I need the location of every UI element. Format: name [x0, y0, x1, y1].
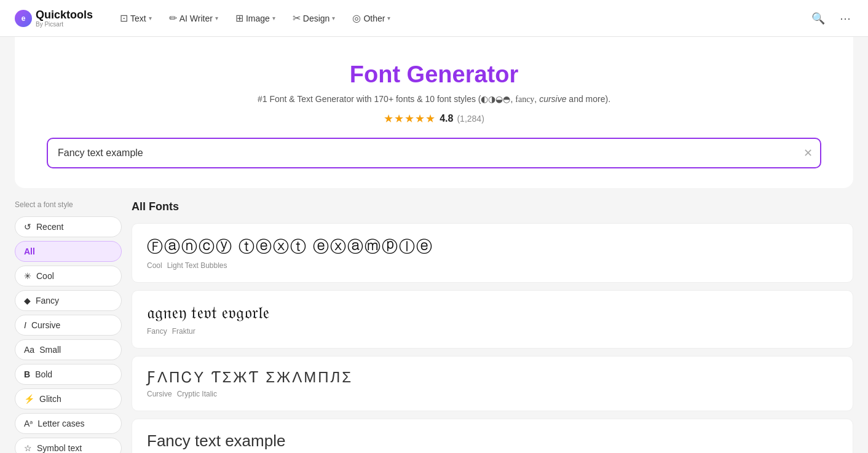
logo-text: Quicktools By Picsart [36, 9, 93, 28]
sidebar: Select a font style ↺ Recent All ✳ Cool … [15, 200, 132, 453]
font-preview-fraktur: 𝔞𝔤𝔫𝔢𝔶 𝔱𝔢𝔳𝔱 𝔢𝔳𝔤𝔬𝔯𝔩𝔢 [147, 303, 838, 323]
font-preview-cryptic: ƑΛПᏟY ƬΣЖƬ ΣЖΛMПЛΣ [147, 369, 838, 386]
nav-other-label: Other [363, 14, 385, 23]
sidebar-item-bold[interactable]: B Bold [15, 364, 122, 385]
chevron-down-icon: ▾ [215, 15, 218, 22]
image-icon: ⊞ [235, 12, 243, 24]
fonts-area: All Fonts Ⓕⓐⓝⓒⓨ ⓣⓔⓧⓣ ⓔⓧⓐⓜⓟⓛⓔ Cool Light … [132, 200, 853, 453]
search-input[interactable] [47, 138, 821, 168]
nav-image-label: Image [246, 14, 270, 23]
font-tags-fraktur: Fancy Fraktur [147, 327, 838, 336]
letter-cases-icon: Aᵃ [24, 419, 33, 428]
navbar-right: 🔍 ⋯ [809, 9, 853, 28]
navbar: e Quicktools By Picsart ⊡ Text ▾ ✏ AI Wr… [0, 0, 868, 37]
font-card-fraktur[interactable]: 𝔞𝔤𝔫𝔢𝔶 𝔱𝔢𝔳𝔱 𝔢𝔳𝔤𝔬𝔯𝔩𝔢 Fancy Fraktur [132, 290, 853, 349]
bold-icon: B [24, 369, 30, 379]
font-preview-bubbles: Ⓕⓐⓝⓒⓨ ⓣⓔⓧⓣ ⓔⓧⓐⓜⓟⓛⓔ [147, 236, 838, 258]
sidebar-small-label: Small [39, 345, 61, 355]
nav-design-label: Design [303, 14, 330, 23]
sidebar-item-all[interactable]: All [15, 241, 122, 262]
sidebar-cursive-label: Cursive [31, 320, 60, 330]
sidebar-item-recent[interactable]: ↺ Recent [15, 216, 122, 237]
nav-items: ⊡ Text ▾ ✏ AI Writer ▾ ⊞ Image ▾ ✂ Desig… [112, 9, 398, 28]
font-tag-cool: Cool [147, 261, 162, 270]
sidebar-fancy-label: Fancy [36, 296, 59, 305]
rating-count: (1,284) [457, 114, 484, 124]
sidebar-item-small[interactable]: Aa Small [15, 339, 122, 360]
sidebar-item-cursive[interactable]: I Cursive [15, 315, 122, 336]
nav-item-image[interactable]: ⊞ Image ▾ [228, 9, 283, 28]
sidebar-all-label: All [24, 246, 35, 256]
text-icon: ⊡ [120, 12, 128, 24]
chevron-down-icon: ▾ [387, 15, 390, 22]
nav-ai-label: AI Writer [180, 14, 213, 23]
chevron-down-icon: ▾ [332, 15, 335, 22]
font-preview-math-sans: Fancy text example [147, 431, 838, 451]
chevron-down-icon: ▾ [149, 15, 152, 22]
search-button[interactable]: 🔍 [809, 9, 827, 28]
font-tag-light-bubbles: Light Text Bubbles [167, 261, 227, 270]
hero-section: Font Generator #1 Font & Text Generator … [15, 37, 853, 188]
sidebar-letter-label: Letter cases [37, 419, 84, 428]
font-tag-fraktur: Fraktur [172, 327, 195, 336]
nav-item-text[interactable]: ⊡ Text ▾ [112, 9, 159, 28]
star-icons: ★★★★★ [384, 112, 436, 125]
chevron-down-icon: ▾ [272, 15, 275, 22]
logo-icon: e [15, 10, 32, 27]
font-card-cryptic[interactable]: ƑΛПᏟY ƬΣЖƬ ΣЖΛMПЛΣ Cursive Cryptic Itali… [132, 356, 853, 411]
sidebar-glitch-label: Glitch [39, 394, 61, 404]
nav-item-other[interactable]: ◎ Other ▾ [345, 9, 398, 28]
hero-subtitle: #1 Font & Text Generator with 170+ fonts… [30, 94, 838, 104]
font-tag-cryptic: Cryptic Italic [177, 390, 217, 398]
fonts-section-title: All Fonts [132, 200, 853, 213]
sidebar-item-symbol-text[interactable]: ☆ Symbol text [15, 438, 122, 453]
logo[interactable]: e Quicktools By Picsart [15, 9, 93, 28]
nav-item-ai-writer[interactable]: ✏ AI Writer ▾ [162, 9, 226, 28]
small-icon: Aa [24, 345, 34, 355]
logo-sub: By Picsart [36, 22, 93, 28]
recent-icon: ↺ [24, 222, 31, 232]
cool-icon: ✳ [24, 271, 31, 281]
nav-item-design[interactable]: ✂ Design ▾ [285, 9, 343, 28]
sidebar-item-fancy[interactable]: ◆ Fancy [15, 290, 122, 311]
page-title: Font Generator [30, 61, 838, 88]
navbar-left: e Quicktools By Picsart ⊡ Text ▾ ✏ AI Wr… [15, 9, 398, 28]
sidebar-recent-label: Recent [36, 222, 63, 232]
sidebar-label: Select a font style [15, 200, 122, 209]
main-layout: Select a font style ↺ Recent All ✳ Cool … [0, 200, 868, 453]
font-tags-bubbles: Cool Light Text Bubbles [147, 261, 838, 270]
sidebar-item-cool[interactable]: ✳ Cool [15, 266, 122, 286]
font-card-bubbles[interactable]: Ⓕⓐⓝⓒⓨ ⓣⓔⓧⓣ ⓔⓧⓐⓜⓟⓛⓔ Cool Light Text Bubbl… [132, 223, 853, 283]
fancy-icon: ◆ [24, 296, 31, 305]
glitch-icon: ⚡ [24, 394, 34, 404]
font-tags-cryptic: Cursive Cryptic Italic [147, 390, 838, 398]
sidebar-item-glitch[interactable]: ⚡ Glitch [15, 388, 122, 409]
symbol-text-icon: ☆ [24, 443, 32, 453]
clear-search-button[interactable]: ✕ [803, 146, 813, 160]
nav-text-label: Text [130, 14, 146, 23]
font-card-math-sans[interactable]: Fancy text example Small Math Sans [132, 419, 853, 453]
sidebar-cool-label: Cool [36, 271, 54, 281]
font-tag-cursive: Cursive [147, 390, 172, 398]
ai-writer-icon: ✏ [169, 12, 177, 24]
sidebar-item-letter-cases[interactable]: Aᵃ Letter cases [15, 413, 122, 434]
sidebar-items: ↺ Recent All ✳ Cool ◆ Fancy I Cursive Aa… [15, 216, 122, 453]
search-wrapper: ✕ [47, 138, 821, 168]
design-icon: ✂ [293, 12, 301, 24]
font-tag-fancy: Fancy [147, 327, 167, 336]
rating-section: ★★★★★ 4.8 (1,284) [30, 112, 838, 125]
logo-brand: Quicktools [36, 9, 93, 21]
sidebar-bold-label: Bold [35, 369, 52, 379]
cursive-icon: I [24, 320, 26, 330]
rating-value: 4.8 [440, 113, 453, 124]
sidebar-symbol-label: Symbol text [37, 443, 82, 453]
other-icon: ◎ [352, 12, 361, 24]
share-button[interactable]: ⋯ [837, 9, 853, 28]
